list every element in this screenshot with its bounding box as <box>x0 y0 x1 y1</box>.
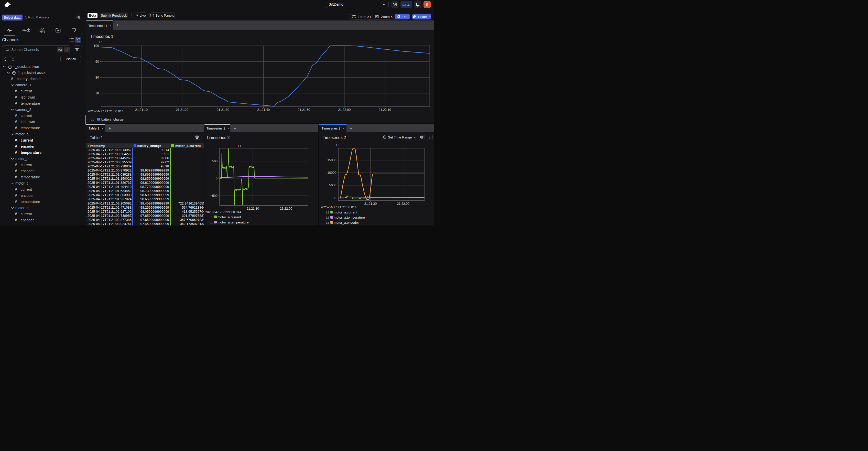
svg-text:21:21:30: 21:21:30 <box>364 202 377 206</box>
svg-text:5000: 5000 <box>329 183 336 187</box>
svg-text:500: 500 <box>212 159 218 163</box>
svg-text:21:22:10: 21:22:10 <box>379 108 391 112</box>
svg-text:0: 0 <box>335 196 336 200</box>
svg-text:21:21:20: 21:21:20 <box>176 108 188 112</box>
svg-text:100: 100 <box>94 44 99 48</box>
svg-text:0: 0 <box>216 177 218 180</box>
svg-text:21:22:00: 21:22:00 <box>397 202 409 206</box>
svg-text:90: 90 <box>95 60 99 63</box>
svg-text:80: 80 <box>95 76 99 79</box>
svg-text:21:21:30: 21:21:30 <box>247 207 259 210</box>
svg-text:21:21:30: 21:21:30 <box>217 108 229 112</box>
svg-text:21:21:10: 21:21:10 <box>135 108 148 112</box>
svg-text:−500: −500 <box>210 194 218 198</box>
svg-text:21:21:40: 21:21:40 <box>257 108 270 112</box>
svg-text:21:22:00: 21:22:00 <box>338 108 350 112</box>
svg-text:21:22:00: 21:22:00 <box>280 207 292 210</box>
svg-text:21:21:50: 21:21:50 <box>298 108 310 112</box>
svg-text:70: 70 <box>95 92 99 95</box>
svg-text:10000: 10000 <box>327 171 336 175</box>
svg-text:15000: 15000 <box>327 158 336 162</box>
